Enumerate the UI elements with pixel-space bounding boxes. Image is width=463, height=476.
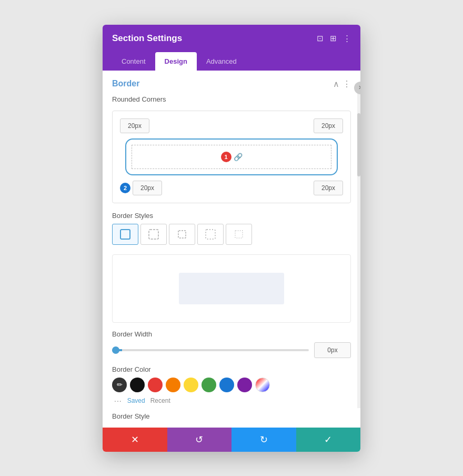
border-preview-area [112,254,351,323]
reset-button[interactable]: ↺ [167,428,232,452]
recent-label[interactable]: Recent [150,397,170,404]
style-dashed-inner-btn[interactable] [169,224,195,245]
border-width-label: Border Width [112,330,351,338]
svg-rect-1 [149,230,158,239]
color-purple-swatch[interactable] [237,378,252,392]
scrollbar[interactable] [357,92,360,408]
more-colors-btn[interactable]: ··· [114,396,122,405]
corner-top-right-input[interactable] [314,118,343,133]
color-blue-swatch[interactable] [219,378,234,392]
color-green-swatch[interactable] [202,378,216,392]
corner-bottom-row: 2 [120,181,343,195]
rounded-corners-widget: 1 🔗 2 [112,111,351,203]
redo-icon: ↻ [260,434,268,445]
tab-content[interactable]: Content [112,52,155,71]
border-section-heading: Border ∧ ⋮ [103,71,360,93]
link-icon[interactable]: 🔗 [234,153,243,161]
color-pencil-swatch[interactable]: ✏ [112,378,127,392]
cancel-button[interactable]: ✕ [103,428,167,452]
border-width-slider[interactable] [112,349,309,351]
border-color-label: Border Color [112,365,351,373]
border-preview-inner [179,273,284,304]
color-black-swatch[interactable] [130,378,145,392]
rounded-corners-label: Rounded Corners [103,93,360,108]
redo-button[interactable]: ↻ [232,428,296,452]
save-button[interactable]: ✓ [296,428,361,452]
border-width-value-input[interactable] [314,342,351,358]
columns-icon[interactable]: ⊞ [330,34,337,42]
section-settings-panel: Section Settings ⊡ ⊞ ⋮ Content Design Ad… [103,25,360,452]
badge-2: 2 [120,183,130,193]
cancel-icon: ✕ [131,434,139,445]
svg-rect-0 [120,230,130,239]
reset-icon: ↺ [195,434,203,445]
border-color-section: Border Color ✏ ··· Saved Recent [103,365,360,412]
panel-content: Border ∧ ⋮ Rounded Corners 1 🔗 [103,71,360,452]
pencil-icon: ✏ [117,381,123,389]
bottom-bar: ✕ ↺ ↻ ✓ [103,428,360,452]
style-dotted-outer-btn[interactable] [197,224,224,245]
color-custom-swatch[interactable] [255,378,270,392]
scrollbar-thumb[interactable] [357,113,360,176]
expand-icon[interactable]: ⊡ [317,34,324,42]
border-styles-grid [112,224,351,245]
corner-bottom-left-input[interactable] [133,181,162,195]
corner-bottom-right-input[interactable] [314,181,343,195]
border-width-section: Border Width [103,330,360,365]
tabs-bar: Content Design Advanced [103,52,360,71]
panel-header: Section Settings ⊡ ⊞ ⋮ [103,25,360,52]
more-icon[interactable]: ⋮ [343,34,351,42]
svg-rect-3 [206,230,215,239]
corner-top-row [120,118,343,133]
border-styles-label: Border Styles [112,212,351,220]
color-yellow-swatch[interactable] [184,378,198,392]
save-icon: ✓ [324,434,332,445]
badge-1: 1 [221,152,232,162]
svg-rect-4 [235,231,243,238]
border-style-section: Border Style [103,412,360,428]
tab-advanced[interactable]: Advanced [197,52,246,71]
color-swatches: ✏ [112,378,351,392]
border-style-label: Border Style [112,412,351,420]
style-dashed-outer-btn[interactable] [140,224,167,245]
saved-recent-row: ··· Saved Recent [112,396,351,405]
tab-design[interactable]: Design [155,52,197,71]
corner-top-left-input[interactable] [120,118,149,133]
color-red-swatch[interactable] [148,378,163,392]
saved-label[interactable]: Saved [127,397,145,404]
svg-rect-2 [178,231,186,238]
badge2-row: 2 [120,181,162,195]
style-dotted-inner-btn[interactable] [226,224,252,245]
range-row [112,342,351,358]
corner-badge-group: 1 🔗 [221,152,243,162]
panel-title: Section Settings [112,33,182,44]
section-actions: ∧ ⋮ [333,79,351,89]
section-more-icon[interactable]: ⋮ [343,79,351,89]
color-orange-swatch[interactable] [166,378,180,392]
border-section-title: Border [112,79,139,88]
style-solid-btn[interactable] [112,224,138,245]
header-icons: ⊡ ⊞ ⋮ [317,34,351,42]
border-styles-section: Border Styles [103,212,360,250]
collapse-icon[interactable]: ∧ [333,79,339,89]
corner-preview: 1 🔗 [125,138,338,175]
